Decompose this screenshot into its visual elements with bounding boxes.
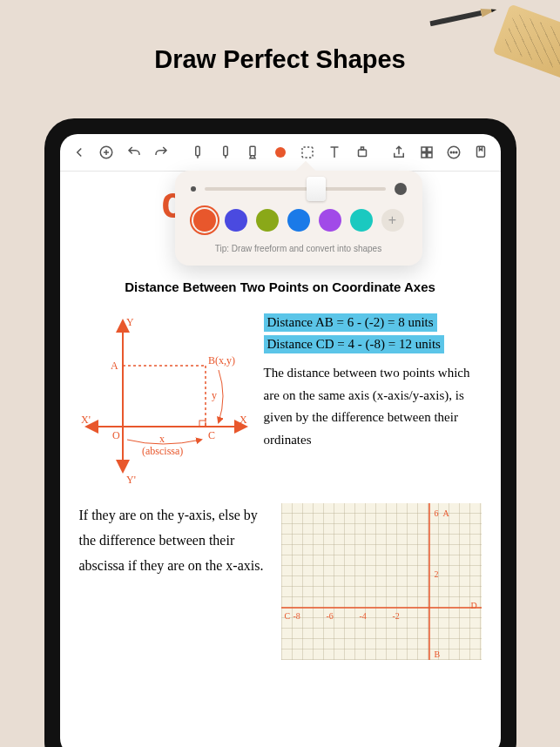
- svg-text:C: C: [208, 429, 215, 441]
- popover-tip: Tip: Draw freeform and convert into shap…: [187, 244, 410, 253]
- note-right: The distance between two points which ar…: [264, 362, 482, 451]
- shape-popover: Tip: Draw freeform and convert into shap…: [175, 171, 422, 266]
- svg-rect-10: [422, 147, 426, 151]
- svg-rect-18: [477, 146, 485, 157]
- more-button[interactable]: [445, 143, 462, 162]
- swatch-indigo[interactable]: [225, 209, 247, 232]
- svg-text:O: O: [112, 429, 120, 441]
- axes-diagram: Y Y' X X' A B(x,y) C O y x (abscissa): [79, 313, 253, 488]
- svg-text:x: x: [159, 433, 165, 445]
- svg-rect-13: [427, 153, 431, 158]
- svg-text:Y': Y': [126, 474, 136, 486]
- swatch-blue[interactable]: [287, 209, 310, 232]
- highlighter-tool[interactable]: [244, 143, 261, 162]
- lasso-tool[interactable]: [299, 143, 316, 162]
- svg-point-15: [450, 151, 452, 153]
- share-button[interactable]: [390, 143, 408, 162]
- svg-text:y: y: [212, 389, 217, 401]
- add-button[interactable]: [98, 143, 115, 162]
- swatch-teal[interactable]: [350, 209, 373, 232]
- svg-text:A: A: [111, 360, 118, 372]
- swatch-olive[interactable]: [256, 209, 279, 232]
- svg-rect-11: [427, 147, 431, 151]
- svg-text:Y: Y: [126, 316, 134, 328]
- pencil-decoration: [428, 3, 499, 30]
- page-subtitle: Distance Between Two Points on Coordinat…: [79, 279, 482, 294]
- svg-point-17: [455, 151, 457, 153]
- svg-text:X: X: [240, 414, 247, 426]
- pen-tool-2[interactable]: [217, 143, 234, 162]
- swatch-orange[interactable]: [193, 209, 216, 232]
- svg-rect-25: [199, 421, 206, 427]
- undo-button[interactable]: [125, 143, 142, 162]
- svg-marker-1: [481, 5, 498, 17]
- toolbar: [60, 134, 501, 172]
- svg-text:B(x,y): B(x,y): [208, 354, 235, 367]
- tablet-frame: COORDINATE GEOMETRY Distance Between Two…: [44, 118, 516, 747]
- svg-text:X': X': [81, 414, 91, 426]
- svg-rect-12: [422, 153, 426, 158]
- svg-marker-2: [491, 8, 497, 12]
- grid-chart: 6 A 2 C -8 -6 -4 -2 D B: [281, 503, 482, 660]
- grid-view-button[interactable]: [417, 143, 435, 162]
- note-left: If they are on the y-axis, else by the d…: [79, 503, 269, 660]
- svg-rect-0: [429, 10, 482, 26]
- svg-point-7: [275, 147, 286, 158]
- shape-tool[interactable]: [271, 143, 288, 162]
- swatch-add[interactable]: [381, 209, 404, 232]
- min-icon: [191, 186, 196, 192]
- size-slider[interactable]: [187, 183, 410, 195]
- hero-title: Draw Perfect Shapes: [0, 45, 560, 74]
- text-tool[interactable]: [326, 143, 343, 162]
- back-button[interactable]: [71, 143, 88, 162]
- highlight-2: Distance CD = 4 - (-8) = 12 units: [264, 335, 444, 353]
- slider-thumb[interactable]: [307, 177, 326, 201]
- max-icon: [395, 183, 407, 195]
- svg-rect-8: [302, 147, 313, 158]
- swatch-purple[interactable]: [319, 209, 341, 232]
- svg-rect-4: [196, 146, 200, 156]
- svg-point-16: [453, 151, 455, 153]
- pen-tool-1[interactable]: [189, 143, 206, 162]
- bookmark-button[interactable]: [472, 143, 489, 162]
- svg-text:(abscissa): (abscissa): [142, 445, 183, 457]
- app-screen: COORDINATE GEOMETRY Distance Between Two…: [60, 134, 501, 747]
- redo-button[interactable]: [152, 143, 170, 162]
- svg-rect-6: [250, 146, 255, 156]
- right-notes: Distance AB = 6 - (-2) = 8 units Distanc…: [264, 313, 482, 488]
- eraser-tool[interactable]: [354, 143, 371, 162]
- svg-rect-5: [223, 146, 227, 156]
- svg-rect-9: [358, 150, 366, 157]
- highlight-1: Distance AB = 6 - (-2) = 8 units: [264, 313, 437, 332]
- color-swatches: [187, 209, 410, 232]
